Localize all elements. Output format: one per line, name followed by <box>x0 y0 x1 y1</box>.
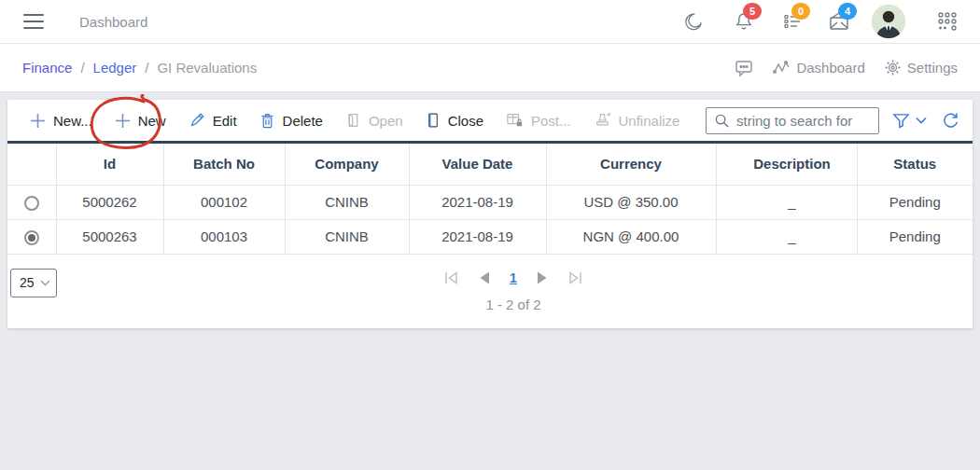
notifications-bell-icon[interactable]: 5 <box>732 9 756 34</box>
breadcrumb-bar: Finance / Ledger / GI Revaluations Dashb… <box>0 44 980 92</box>
close-book-icon <box>426 112 441 129</box>
breadcrumb-ledger[interactable]: Ledger <box>93 60 137 76</box>
grid-panel: New... New Edit Delete Open <box>7 100 973 328</box>
pager-controls: 1 <box>31 270 980 285</box>
filter-button[interactable] <box>892 112 927 130</box>
next-page-button[interactable] <box>537 271 548 284</box>
table-row[interactable]: 5000263 000103 CNINB 2021-08-19 NGN @ 40… <box>7 219 973 254</box>
column-header-id[interactable]: Id <box>56 144 163 185</box>
messages-envelope-icon[interactable]: 4 <box>827 9 851 34</box>
message-badge: 4 <box>838 3 857 20</box>
breadcrumb-separator: / <box>145 60 148 76</box>
record-range-label: 1 - 2 of 2 <box>31 297 980 312</box>
cell-batch-no: 000102 <box>163 185 285 219</box>
pencil-icon <box>189 112 205 129</box>
gear-icon <box>884 59 902 76</box>
dark-mode-moon-icon[interactable] <box>681 9 706 34</box>
post-grid-lock-icon <box>506 112 524 129</box>
chevron-down-icon <box>916 117 927 124</box>
cell-batch-no: 000103 <box>163 219 285 254</box>
column-header-company[interactable]: Company <box>285 144 409 185</box>
search-input[interactable] <box>736 113 867 129</box>
cell-status: Pending <box>857 219 973 254</box>
cell-id-link[interactable]: 5000262 <box>56 185 163 219</box>
edit-button[interactable]: Edit <box>177 106 248 134</box>
cell-company: CNINB <box>285 185 409 219</box>
column-header-status[interactable]: Status <box>857 144 973 185</box>
post-button[interactable]: Post... <box>495 106 582 134</box>
activity-chart-icon <box>772 59 791 77</box>
revaluations-table: Id Batch No Company Value Date Currency … <box>7 144 973 255</box>
dashboard-link[interactable]: Dashboard <box>772 59 864 77</box>
settings-link[interactable]: Settings <box>884 59 958 76</box>
open-book-icon <box>345 112 361 129</box>
table-row[interactable]: 5000262 000102 CNINB 2021-08-19 USD @ 35… <box>7 185 973 219</box>
search-icon <box>714 113 730 129</box>
column-header-currency[interactable]: Currency <box>546 144 716 185</box>
breadcrumb-current-page: GI Revaluations <box>157 60 257 76</box>
delete-button[interactable]: Delete <box>248 106 334 134</box>
refresh-button[interactable] <box>942 112 959 130</box>
cell-description: _ <box>716 185 857 219</box>
trash-icon <box>259 112 275 129</box>
refresh-icon <box>942 112 959 130</box>
search-box[interactable] <box>706 107 879 134</box>
column-header-value-date[interactable]: Value Date <box>409 144 546 185</box>
hamburger-menu-icon[interactable] <box>23 14 44 29</box>
stamp-icon <box>594 112 611 129</box>
column-header-description[interactable]: Description <box>716 144 857 185</box>
close-button[interactable]: Close <box>414 106 495 134</box>
select-column-header <box>7 144 56 185</box>
unfinalize-button[interactable]: Unfinalize <box>582 106 692 134</box>
table-header-row: Id Batch No Company Value Date Currency … <box>7 144 973 185</box>
apps-grid-icon[interactable] <box>935 9 959 34</box>
cell-value-date: 2021-08-19 <box>409 219 546 254</box>
previous-page-button[interactable] <box>479 271 490 284</box>
pagination-area: 25 1 1 - 2 of 2 <box>7 255 973 328</box>
task-list-icon[interactable]: 0 <box>780 9 805 34</box>
user-avatar[interactable] <box>872 5 905 38</box>
cell-currency: NGN @ 400.00 <box>546 219 716 254</box>
row-select-radio[interactable] <box>24 196 39 211</box>
plus-icon <box>30 113 46 129</box>
last-page-button[interactable] <box>567 271 582 284</box>
row-select-radio[interactable] <box>24 230 39 245</box>
top-bar: Dashboard 5 0 <box>0 0 980 44</box>
task-badge: 0 <box>791 3 810 20</box>
cell-company: CNINB <box>285 219 409 254</box>
new-dots-button[interactable]: New... <box>19 106 104 134</box>
open-button[interactable]: Open <box>334 106 414 134</box>
breadcrumb-finance[interactable]: Finance <box>22 60 72 76</box>
cell-id-link[interactable]: 5000263 <box>56 219 163 254</box>
breadcrumb-separator: / <box>80 60 84 76</box>
filter-funnel-icon <box>892 112 910 130</box>
page-title: Dashboard <box>79 14 147 30</box>
current-page-number[interactable]: 1 <box>510 270 517 285</box>
notification-badge: 5 <box>743 3 762 20</box>
grid-toolbar: New... New Edit Delete Open <box>7 100 973 141</box>
cell-currency: USD @ 350.00 <box>546 185 716 219</box>
new-button[interactable]: New <box>104 106 177 134</box>
first-page-button[interactable] <box>444 271 459 284</box>
column-header-batch-no[interactable]: Batch No <box>163 144 285 185</box>
plus-icon <box>115 113 131 129</box>
cell-status: Pending <box>857 185 973 219</box>
cell-value-date: 2021-08-19 <box>409 185 546 219</box>
cell-description: _ <box>716 219 857 254</box>
topbar-icon-cluster: 5 0 4 <box>681 5 961 38</box>
feedback-chat-icon[interactable] <box>735 59 753 77</box>
